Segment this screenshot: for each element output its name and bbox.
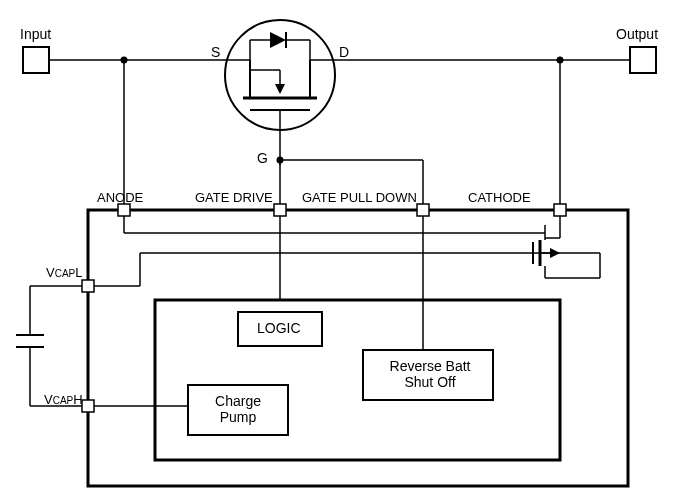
label-logic: LOGIC (257, 320, 301, 336)
internal-fet (524, 225, 600, 278)
pin-anode (118, 204, 130, 216)
input-terminal (23, 47, 49, 73)
label-charge-pump: Charge Pump (208, 393, 268, 425)
ic-body (88, 210, 628, 486)
svg-marker-18 (270, 32, 286, 48)
label-cathode: CATHODE (468, 190, 531, 205)
label-reverse-batt: Reverse Batt Shut Off (380, 358, 480, 390)
svg-rect-0 (23, 47, 49, 73)
pin-gate-drive (274, 204, 286, 216)
svg-rect-28 (274, 204, 286, 216)
label-gate-drive: GATE DRIVE (195, 190, 273, 205)
label-vcapl: VCAPL (46, 265, 82, 280)
svg-rect-29 (417, 204, 429, 216)
label-input: Input (20, 26, 51, 42)
label-g: G (257, 150, 268, 166)
label-d: D (339, 44, 349, 60)
external-capacitor (16, 286, 82, 406)
label-gate-pull-down: GATE PULL DOWN (302, 190, 417, 205)
svg-rect-30 (554, 204, 566, 216)
pin-vcapl (82, 280, 94, 292)
svg-rect-32 (82, 400, 94, 412)
label-anode: ANODE (97, 190, 143, 205)
label-s: S (211, 44, 220, 60)
label-output: Output (616, 26, 658, 42)
label-vcaph: VCAPH (44, 392, 83, 407)
pin-cathode (554, 204, 566, 216)
svg-rect-27 (118, 204, 130, 216)
svg-rect-1 (630, 47, 656, 73)
svg-rect-31 (82, 280, 94, 292)
output-terminal (630, 47, 656, 73)
pin-gate-pull-down (417, 204, 429, 216)
pin-vcaph (82, 400, 94, 412)
